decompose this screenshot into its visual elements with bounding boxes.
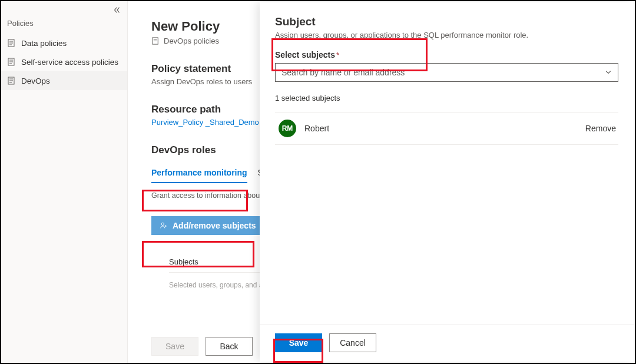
required-asterisk: * bbox=[336, 51, 339, 59]
subject-panel: Subject Assign users, groups, or applica… bbox=[260, 2, 634, 362]
subject-row: RM Robert Remove bbox=[275, 112, 618, 145]
sidebar-item-devops[interactable]: DevOps bbox=[1, 71, 127, 90]
cancel-button[interactable]: Cancel bbox=[329, 333, 376, 352]
sidebar-item-label: Data policies bbox=[21, 39, 67, 48]
select-subjects-label: Select subjects bbox=[275, 50, 335, 59]
sidebar-item-self-service[interactable]: Self-service access policies bbox=[1, 52, 127, 71]
sidebar-title: Policies bbox=[1, 14, 127, 34]
subject-name: Robert bbox=[304, 124, 585, 133]
sidebar: Policies Data policies Self-service acce… bbox=[1, 1, 128, 363]
sidebar-item-label: Self-service access policies bbox=[21, 58, 118, 67]
svg-point-4 bbox=[161, 223, 164, 225]
back-button[interactable]: Back bbox=[206, 337, 253, 356]
chevron-double-left-icon bbox=[113, 6, 121, 14]
add-remove-subjects-button[interactable]: Add/remove subjects bbox=[151, 216, 264, 235]
chevron-down-icon bbox=[605, 69, 612, 76]
tab-performance-monitoring[interactable]: Performance monitoring bbox=[151, 164, 247, 183]
panel-title: Subject bbox=[275, 15, 618, 28]
remove-subject-button[interactable]: Remove bbox=[585, 124, 618, 133]
sidebar-item-data-policies[interactable]: Data policies bbox=[1, 34, 127, 52]
policy-icon bbox=[7, 57, 16, 67]
panel-footer: Save Cancel bbox=[260, 325, 634, 362]
sidebar-collapse-button[interactable] bbox=[1, 6, 127, 14]
policy-icon bbox=[7, 38, 16, 48]
search-placeholder: Search by name or email address bbox=[281, 68, 605, 77]
policy-icon bbox=[7, 76, 16, 85]
person-add-icon bbox=[160, 221, 168, 230]
save-button[interactable]: Save bbox=[275, 333, 322, 352]
selected-count: 1 selected subjects bbox=[275, 94, 618, 102]
panel-subtitle: Assign users, groups, or applications to… bbox=[275, 31, 618, 39]
subject-search-input[interactable]: Search by name or email address bbox=[275, 63, 618, 82]
sidebar-item-label: DevOps bbox=[21, 77, 50, 85]
save-button-main: Save bbox=[151, 337, 198, 356]
avatar: RM bbox=[279, 120, 296, 137]
policy-icon bbox=[151, 37, 160, 45]
breadcrumb-label: DevOps policies bbox=[164, 37, 219, 45]
add-remove-subjects-label: Add/remove subjects bbox=[173, 221, 256, 230]
